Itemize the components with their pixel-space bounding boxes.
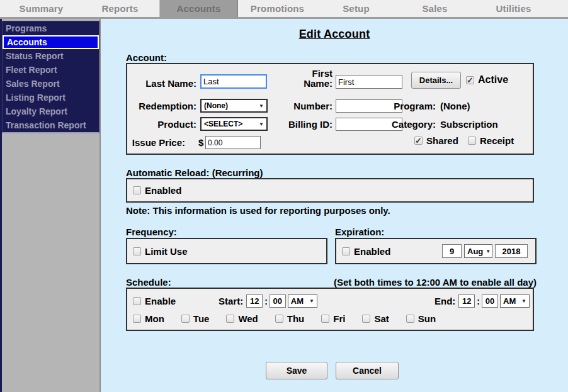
shared-checkbox[interactable] [414,137,423,145]
chevron-down-icon: ▼ [519,298,526,304]
currency-symbol: $ [198,137,203,148]
day-sat-checkbox[interactable] [362,315,370,323]
tab-promotions[interactable]: Promotions [238,0,317,17]
schedule-days-row: Mon Tue Wed Thu Fri [133,313,436,324]
cancel-button[interactable]: Cancel [336,362,399,379]
start-time-group: Start: : AM ▼ [219,294,317,308]
sidebar-item-sales-report[interactable]: Sales Report [3,77,99,91]
tab-utilities[interactable]: Utilities [474,0,553,17]
sidebar-menu: Programs Accounts Status Report Fleet Re… [2,21,99,133]
reload-note: Note: This information is used for repor… [126,205,390,216]
tab-summary[interactable]: Summary [2,0,81,17]
expiration-enabled-checkbox[interactable] [342,247,350,255]
start-meridiem-select[interactable]: AM ▼ [288,294,317,308]
limit-use-checkbox[interactable] [133,247,141,255]
start-meridiem-value: AM [291,296,304,306]
schedule-enable-label: Enable [145,296,176,306]
frequency-panel: Limit Use [126,238,327,264]
product-label: Product: [127,119,196,130]
expiration-month-select[interactable]: Aug ▼ [464,244,492,258]
day-wed-label: Wed [238,313,258,324]
reload-enabled-checkbox[interactable] [133,186,141,194]
schedule-section-label: Schedule: [126,277,171,288]
day-tue-field: Tue [181,313,210,324]
top-nav: Summary Reports Accounts Promotions Setu… [0,0,568,19]
day-sun-checkbox[interactable] [406,315,414,323]
product-value: <SELECT> [204,120,242,128]
day-wed-checkbox[interactable] [226,315,234,323]
tab-sales[interactable]: Sales [395,0,474,17]
sidebar-item-status-report[interactable]: Status Report [3,49,99,63]
details-button[interactable]: Details... [411,72,461,89]
redemption-value: (None) [204,101,228,110]
schedule-time-row: Enable Start: : AM ▼ End: : [127,294,533,310]
sidebar-item-loyalty-report[interactable]: Loyalty Report [3,104,99,118]
day-tue-label: Tue [193,313,210,324]
main-content: Edit Account Account: Last Name: FirstNa… [101,19,568,392]
category-label: Category: [366,119,436,130]
reload-panel: Enabled [126,178,534,203]
expiration-day-input[interactable] [442,244,462,258]
day-sun-label: Sun [418,313,436,324]
reload-enabled-label: Enabled [145,185,181,196]
start-hour-input[interactable] [246,294,263,308]
sidebar-item-fleet-report[interactable]: Fleet Report [3,63,99,77]
end-hour-input[interactable] [458,294,475,308]
receipt-field: Receipt [468,135,514,146]
shared-label: Shared [426,135,458,146]
end-meridiem-value: AM [503,296,516,306]
first-name-label: FirstName: [278,69,332,89]
frequency-section-label: Frequency: [126,227,177,237]
chevron-down-icon: ▼ [483,249,491,254]
tab-setup[interactable]: Setup [317,0,395,17]
active-checkbox[interactable] [466,76,474,84]
sidebar-item-accounts[interactable]: Accounts [3,35,99,49]
sidebar: Programs Accounts Status Report Fleet Re… [0,19,101,392]
account-section-label: Account: [126,52,167,63]
expiration-enabled-label: Enabled [354,246,390,257]
day-mon-checkbox[interactable] [133,315,141,323]
day-sun-field: Sun [406,313,436,324]
end-minute-input[interactable] [482,294,498,308]
day-fri-label: Fri [333,313,345,324]
expiration-section-label: Expiration: [335,227,384,237]
day-tue-checkbox[interactable] [181,315,190,323]
page-title-text: Edit Account [299,28,370,40]
start-colon: : [264,296,268,306]
save-button[interactable]: Save [266,362,327,379]
day-fri-checkbox[interactable] [321,315,329,323]
tab-reports[interactable]: Reports [81,0,159,17]
redemption-select[interactable]: (None) ▼ [200,99,268,113]
issue-price-input[interactable] [205,136,261,149]
page-title: Edit Account [101,28,568,41]
end-label: End: [435,296,455,306]
sidebar-item-listing-report[interactable]: Listing Report [3,91,99,104]
schedule-hint: (Set both times to 12:00 AM to enable al… [334,277,537,288]
product-select[interactable]: <SELECT> ▼ [200,117,268,131]
last-name-input[interactable] [200,74,267,89]
day-mon-field: Mon [133,313,164,324]
expiration-date-fields: Aug ▼ [442,244,528,258]
sidebar-item-transaction-report[interactable]: Transaction Report [3,118,99,132]
limit-use-field: Limit Use [133,246,188,257]
first-name-input[interactable] [336,75,402,89]
day-fri-field: Fri [321,313,345,324]
end-colon: : [477,296,480,306]
expiration-panel: Enabled Aug ▼ [335,238,537,264]
sidebar-item-programs[interactable]: Programs [3,21,99,35]
number-label: Number: [263,101,332,111]
day-thu-label: Thu [287,313,305,324]
limit-use-label: Limit Use [145,246,188,257]
tab-accounts[interactable]: Accounts [159,0,238,17]
receipt-checkbox[interactable] [468,137,476,145]
day-thu-checkbox[interactable] [275,315,283,323]
end-meridiem-select[interactable]: AM ▼ [500,294,530,308]
expiration-year-input[interactable] [495,244,528,258]
active-label: Active [478,74,508,86]
program-label: Program: [366,101,436,111]
account-panel: Last Name: FirstName: Details... Active … [126,63,534,155]
schedule-enable-checkbox[interactable] [133,297,141,305]
start-minute-input[interactable] [270,294,286,308]
last-name-label: Last Name: [127,78,196,89]
receipt-label: Receipt [480,135,514,146]
